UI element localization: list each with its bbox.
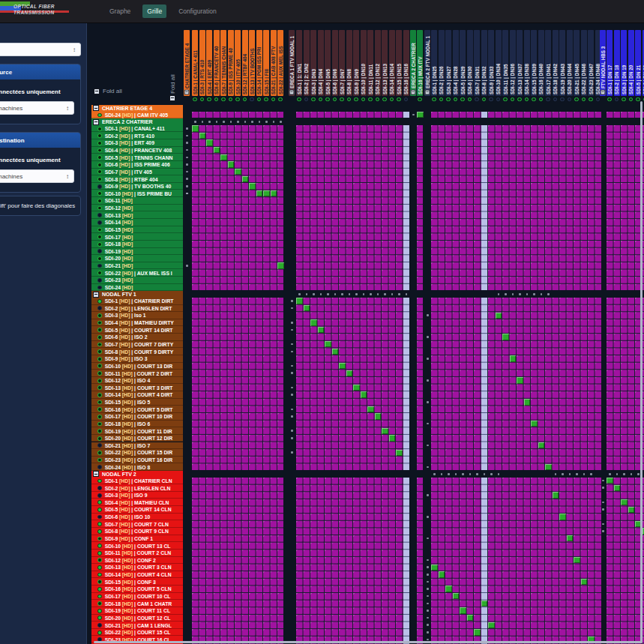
row-label[interactable]: SDI-9 [HD] | ISO 3 bbox=[91, 355, 183, 363]
row-label[interactable]: SDI-5 [HD] | TENNIS CHANN bbox=[91, 154, 183, 161]
connection-cell[interactable] bbox=[361, 391, 367, 397]
fold-icon[interactable] bbox=[93, 471, 99, 477]
row-label[interactable]: SDI-23 [HD] bbox=[91, 277, 183, 284]
row-label[interactable]: SDI-8 [HD] | RTBF 404 bbox=[91, 175, 183, 183]
row-label[interactable]: SDI-22 [HD] | COURT 15 DIR bbox=[91, 449, 183, 457]
column-header[interactable]: SDI-13 | DN37 bbox=[517, 30, 523, 96]
connection-cell[interactable] bbox=[304, 305, 310, 311]
column-header[interactable]: SDI-10 | ITV 405 bbox=[235, 30, 241, 96]
column-header[interactable]: SDI-6 | DN6 bbox=[332, 30, 338, 96]
row-label[interactable]: SDI-24 [HD] | ISO 8 bbox=[91, 463, 183, 471]
column-header[interactable]: SDI-1 | DN25 bbox=[431, 30, 437, 96]
row-label[interactable]: SDI-10 [HD] | COURT 13 CL bbox=[91, 542, 183, 550]
row-label[interactable]: SDI-2 [HD] | RTS 410 bbox=[91, 132, 183, 139]
fold-icon[interactable] bbox=[601, 90, 605, 94]
connection-cell[interactable] bbox=[621, 499, 627, 505]
connection-cell[interactable] bbox=[228, 161, 234, 167]
source-connected-only-label[interactable]: connectées uniquement bbox=[0, 88, 74, 95]
matrix-block[interactable] bbox=[417, 478, 423, 644]
row-label[interactable]: SDI-4 [HD] | MATHIEU DIRTY bbox=[91, 319, 183, 327]
column-header[interactable]: SDI-16 | DN40 bbox=[538, 30, 544, 96]
connection-cell[interactable] bbox=[567, 535, 573, 541]
connection-cell[interactable] bbox=[517, 377, 523, 383]
tab-configuration[interactable]: Configuration bbox=[174, 4, 221, 18]
column-header[interactable]: SDI-7 | DN7 bbox=[339, 30, 345, 96]
connection-cell[interactable] bbox=[553, 492, 559, 498]
destination-connected-only-label[interactable]: connectées uniquement bbox=[0, 157, 74, 163]
column-header[interactable]: SDI-18 | DN42 bbox=[553, 30, 559, 96]
column-header[interactable]: SDI-14 | DN38 bbox=[524, 30, 530, 96]
connection-cell[interactable] bbox=[439, 571, 445, 577]
matrix-block[interactable] bbox=[607, 125, 644, 290]
column-header[interactable]: SDI-21 | DN45 bbox=[574, 30, 580, 96]
connection-cell[interactable] bbox=[192, 125, 198, 131]
row-label[interactable]: SDI-15 [HD] bbox=[91, 226, 183, 234]
row-label[interactable]: SDI-19 [HD] bbox=[91, 248, 183, 256]
row-label[interactable]: SDI-19 [HD] | COURT 11 DIR bbox=[91, 427, 183, 435]
column-header[interactable]: SDI-17 | DN41 bbox=[545, 30, 551, 96]
row-label[interactable]: SDI-13 [HD] bbox=[91, 211, 183, 219]
column-header[interactable]: SDI-4 | DN28 bbox=[453, 30, 459, 96]
connection-cell[interactable] bbox=[353, 385, 359, 391]
row-group-header[interactable]: ERECA 2 CHATRIER bbox=[91, 118, 183, 125]
column-header[interactable]: SDI-22 | AUX MEL ISS bbox=[277, 30, 283, 96]
column-header[interactable]: SDI-12 | DN12 bbox=[375, 30, 381, 96]
column-header[interactable]: SDI-5 | DN 21 bbox=[635, 30, 641, 96]
connection-cell[interactable] bbox=[199, 133, 205, 139]
connection-cell[interactable] bbox=[206, 139, 212, 145]
column-header[interactable]: SDI-15 | FIII bbox=[263, 30, 269, 96]
column-header[interactable]: SDI-2 | DN26 bbox=[439, 30, 445, 96]
row-label[interactable]: SDI-21 [HD] | ISO 7 bbox=[91, 442, 183, 450]
connection-cell[interactable] bbox=[488, 622, 494, 628]
fold-all-columns-button[interactable]: Fold all bbox=[169, 41, 178, 103]
connection-cell[interactable] bbox=[531, 421, 537, 427]
matrix-block[interactable] bbox=[296, 478, 409, 644]
source-machines-select[interactable]: machines ↕ bbox=[0, 101, 74, 115]
row-label[interactable]: SDI-7 [HD] | ITV 405 bbox=[91, 169, 183, 176]
fold-icon[interactable] bbox=[93, 119, 99, 125]
column-header[interactable]: SDI-16 | MUX ITV bbox=[417, 30, 423, 96]
connection-cell[interactable] bbox=[614, 485, 620, 491]
row-label[interactable]: SDI-24 [HD] | CAM ITV 405 bbox=[91, 112, 183, 119]
row-label[interactable]: SDI-19 [HD] | COURT 11 CL bbox=[91, 607, 183, 615]
connection-cell[interactable] bbox=[396, 450, 402, 456]
row-label[interactable]: SDI-12 [HD] bbox=[91, 205, 183, 212]
fold-icon[interactable] bbox=[425, 90, 430, 94]
row-label[interactable]: SDI-3 [HD] | ISO 9 bbox=[91, 492, 183, 499]
column-header[interactable]: SDI-8 | DN8 bbox=[346, 30, 352, 96]
connection-cell[interactable] bbox=[389, 435, 395, 441]
column-header[interactable]: SDI-4 | ERT 409 bbox=[206, 30, 212, 96]
row-label[interactable]: SDI-5 [HD] | COURT 14 CLN bbox=[91, 506, 183, 514]
column-header[interactable]: SDI-13 | DN13 bbox=[382, 30, 388, 96]
row-label[interactable]: SDI-20 [HD] | COURT 12 DIR bbox=[91, 435, 183, 442]
matrix-block[interactable] bbox=[192, 112, 283, 118]
column-group-header[interactable]: CHATRIER ETAGE 4 bbox=[184, 30, 190, 96]
connection-cell[interactable] bbox=[325, 341, 331, 347]
connection-cell[interactable] bbox=[574, 557, 580, 563]
row-label[interactable]: SDI-18 [HD] | ISO 6 bbox=[91, 421, 183, 428]
column-header[interactable]: SDI-2 | 2: DN2 bbox=[304, 30, 310, 96]
column-header[interactable]: SDI-7 | DN31 bbox=[474, 30, 480, 96]
matrix-block[interactable] bbox=[607, 112, 644, 118]
connection-cell[interactable] bbox=[249, 183, 255, 189]
column-header[interactable]: SDI-20 | DN44 bbox=[567, 30, 573, 96]
column-header[interactable]: SDI-3 | DN 19 bbox=[621, 30, 627, 96]
connection-cell[interactable] bbox=[277, 262, 283, 268]
column-header[interactable]: SDI-16 | DN16 bbox=[403, 30, 409, 96]
connection-cell[interactable] bbox=[367, 406, 373, 412]
matrix-block[interactable] bbox=[431, 112, 601, 118]
matrix-block[interactable] bbox=[192, 125, 283, 290]
column-header[interactable]: SDI-21 | CAB 408 FTV bbox=[271, 30, 277, 96]
connection-cell[interactable] bbox=[296, 298, 302, 304]
connection-cell[interactable] bbox=[467, 615, 473, 621]
column-header[interactable]: SDI-14 | DN14 bbox=[389, 30, 395, 96]
matrix-block[interactable] bbox=[296, 112, 409, 118]
column-group-header[interactable]: FTV NODAL HBS 3 bbox=[600, 30, 606, 96]
row-label[interactable]: SDI-11 [HD] | COURT 2 CLN bbox=[91, 550, 183, 557]
column-header[interactable]: SDI-3 | RTS 410 bbox=[199, 30, 205, 96]
column-header[interactable]: SDI-12 | RTBF 404 bbox=[242, 30, 248, 96]
column-header[interactable]: SDI-11 | DN35 bbox=[502, 30, 508, 96]
row-label[interactable]: SDI-24 [HD] bbox=[91, 284, 183, 292]
column-header[interactable]: SDI-13 | TV BOOTHS bbox=[249, 30, 255, 96]
column-header[interactable]: SDI-19 | DN43 bbox=[559, 30, 565, 96]
